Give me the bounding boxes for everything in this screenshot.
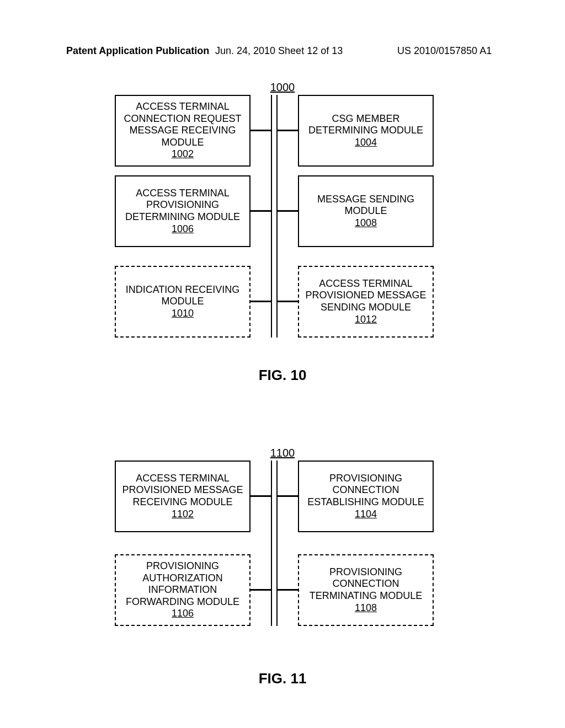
fig10-caption: FIG. 10 [0,367,565,384]
module-1102-text: ACCESS TERMINAL PROVISIONED MESSAGE RECE… [118,473,247,508]
module-1106-text: PROVISIONING AUTHORIZATION INFORMATION F… [118,560,247,608]
module-1010: INDICATION RECEIVING MODULE 1010 [115,266,250,338]
fig11-caption: FIG. 11 [0,670,565,687]
module-1006-ref: 1006 [172,223,194,235]
header-left: Patent Application Publication [66,45,209,57]
module-1108-ref: 1108 [355,602,377,614]
stub [278,301,298,302]
header-right: US 2010/0157850 A1 [397,45,492,57]
module-1008-ref: 1008 [355,217,377,229]
module-1106: PROVISIONING AUTHORIZATION INFORMATION F… [115,554,250,626]
module-1102: ACCESS TERMINAL PROVISIONED MESSAGE RECE… [115,461,250,532]
stub [278,130,298,131]
stub [250,495,271,497]
module-1104-ref: 1104 [355,508,377,521]
module-1004: CSG MEMBER DETERMINING MODULE 1004 [298,95,434,167]
stub [278,495,298,497]
header-mid: Jun. 24, 2010 Sheet 12 of 13 [215,45,343,57]
module-1008: MESSAGE SENDING MODULE 1008 [298,175,434,247]
module-1012: ACCESS TERMINAL PROVISIONED MESSAGE SEND… [298,266,434,338]
module-1108: PROVISIONING CONNECTION TERMINATING MODU… [298,554,434,626]
module-1012-ref: 1012 [355,314,377,326]
module-1004-ref: 1004 [355,137,377,149]
module-1002: ACCESS TERMINAL CONNECTION REQUEST MESSA… [115,95,250,167]
module-1102-ref: 1102 [172,508,194,521]
stub [250,589,271,591]
module-1104-text: PROVISIONING CONNECTION ESTABLISHING MOD… [301,473,430,508]
module-1006: ACCESS TERMINAL PROVISIONING DETERMINING… [115,175,250,247]
stub [278,210,298,212]
fig10-top-label: 1000 [0,81,565,94]
module-1108-text: PROVISIONING CONNECTION TERMINATING MODU… [301,566,430,602]
module-1010-ref: 1010 [172,308,194,320]
page: Patent Application Publication Jun. 24, … [0,0,565,728]
module-1002-text: ACCESS TERMINAL CONNECTION REQUEST MESSA… [118,101,247,148]
module-1106-ref: 1106 [172,608,194,620]
module-1002-ref: 1002 [172,148,194,160]
module-1104: PROVISIONING CONNECTION ESTABLISHING MOD… [298,461,434,532]
stub [250,210,271,212]
stub [278,589,298,591]
module-1006-text: ACCESS TERMINAL PROVISIONING DETERMINING… [118,188,247,223]
module-1004-text: CSG MEMBER DETERMINING MODULE [301,113,430,137]
stub [250,301,271,302]
fig10-bus [271,95,278,338]
fig11-top-label: 1100 [0,447,565,459]
module-1010-text: INDICATION RECEIVING MODULE [118,284,247,308]
module-1008-text: MESSAGE SENDING MODULE [301,194,430,217]
fig11-bus [271,461,278,626]
module-1012-text: ACCESS TERMINAL PROVISIONED MESSAGE SEND… [301,278,430,314]
stub [250,130,271,131]
